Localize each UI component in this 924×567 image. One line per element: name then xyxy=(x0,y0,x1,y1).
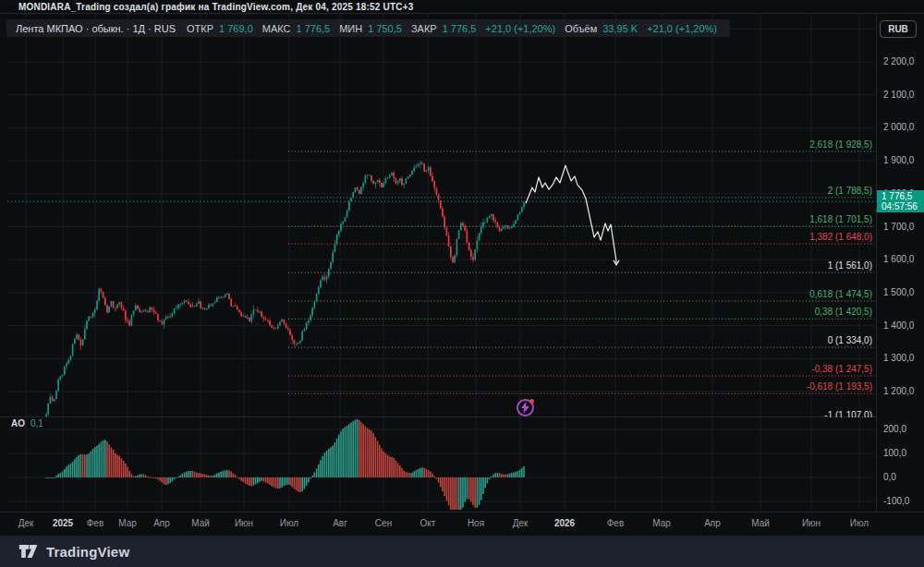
fib-extension-drawing[interactable]: 2,618 (1 928,5)2 (1 788,5)1,618 (1 701,5… xyxy=(288,139,874,422)
price-tick-label: 1 300,0 xyxy=(883,353,914,363)
time-tick-label: Дек xyxy=(18,518,34,528)
time-tick-label: Май xyxy=(191,518,210,528)
fib-label[interactable]: 1,382 (1 648,0) xyxy=(809,232,872,242)
time-tick-label: 2026 xyxy=(554,518,575,528)
fib-label[interactable]: 0 (1 334,0) xyxy=(828,335,872,345)
time-tick-label: Дек xyxy=(513,518,529,528)
time-axis[interactable]: Дек2025ФевМарАпрМайИюнИюлАвгСенОктНояДек… xyxy=(0,512,924,536)
last-price-value: 1 776,5 xyxy=(881,191,924,201)
lightning-event-marker-icon[interactable] xyxy=(517,399,534,416)
time-tick-label: Апр xyxy=(704,518,721,528)
chart-canvas[interactable]: 2,618 (1 928,5)2 (1 788,5)1,618 (1 701,5… xyxy=(0,0,924,567)
tradingview-chart-window: MONDIARA_Trading создал(а) график на Tra… xyxy=(0,0,924,567)
ao-indicator-legend[interactable]: AO 0,1 xyxy=(11,418,43,428)
alert-dot xyxy=(529,399,534,404)
open-value: 1 769,0 xyxy=(219,23,253,34)
high-label: МАКС xyxy=(262,23,291,34)
price-tick-label: 2 000,0 xyxy=(883,122,914,132)
symbol-legend[interactable]: Лента МКПАО · обыкн. · 1Д · RUS ОТКР 1 7… xyxy=(6,19,730,37)
footer-bar: TradingView xyxy=(0,536,924,567)
fib-label[interactable]: -0,38 (1 247,5) xyxy=(811,364,872,374)
volume-change: +21,0 (+1,20%) xyxy=(647,23,717,34)
ao-indicator-value: 0,1 xyxy=(30,418,43,428)
time-tick-label: Мар xyxy=(118,518,137,528)
fib-lines: 2,618 (1 928,5)2 (1 788,5)1,618 (1 701,5… xyxy=(288,139,874,422)
fib-label[interactable]: -0,618 (1 193,5) xyxy=(807,381,872,392)
ao-histogram xyxy=(45,419,525,510)
ao-tick-label: 100,0 xyxy=(883,448,906,458)
time-tick-label: Окт xyxy=(420,518,436,528)
time-tick-label: Фев xyxy=(607,518,624,528)
tradingview-logo-icon[interactable] xyxy=(18,543,39,560)
attribution-text: MONDIARA_Trading создал(а) график на Tra… xyxy=(18,2,414,12)
grid xyxy=(0,14,876,511)
price-tick-label: 1 200,0 xyxy=(883,386,914,396)
ao-tick-label: 200,0 xyxy=(883,424,906,434)
time-tick-label: Июн xyxy=(235,518,253,528)
fib-label[interactable]: -1 (1 107,0) xyxy=(824,410,872,420)
volume-value: 33,95 K xyxy=(602,23,638,34)
change-value: +21,0 (+1,20%) xyxy=(485,23,555,34)
lightning-bolt-icon xyxy=(520,402,530,414)
price-tick-label: 1 600,0 xyxy=(883,254,914,264)
price-tick-label: 1 400,0 xyxy=(883,320,914,331)
symbol-description[interactable]: Лента МКПАО · обыкн. · 1Д · RUS xyxy=(16,23,176,34)
forecast-path-drawing[interactable] xyxy=(526,165,619,265)
bar-countdown: 04:57:56 xyxy=(881,201,924,211)
attribution-bar: MONDIARA_Trading создал(а) график на Tra… xyxy=(0,0,924,14)
volume-label: Объём xyxy=(565,23,597,34)
time-tick-label: Июл xyxy=(850,518,869,528)
last-price-badge: 1 776,5 04:57:56 xyxy=(877,190,924,212)
time-tick-label: Сен xyxy=(375,518,392,528)
close-label: ЗАКР xyxy=(411,23,437,34)
tradingview-wordmark[interactable]: TradingView xyxy=(46,544,129,560)
price-tick-label: 1 700,0 xyxy=(883,222,914,232)
price-tick-label: 2 200,0 xyxy=(883,56,914,66)
price-tick-label: 2 100,0 xyxy=(883,90,914,100)
time-tick-label: Фев xyxy=(87,518,103,528)
price-tick-label: 1 900,0 xyxy=(883,155,914,165)
ao-tick-label: 0,0 xyxy=(883,472,896,482)
fib-label[interactable]: 0,38 (1 420,5) xyxy=(815,307,872,317)
time-tick-label: Мар xyxy=(652,518,671,528)
time-tick-label: Ноя xyxy=(468,518,484,528)
currency-toggle-button[interactable]: RUB xyxy=(880,20,917,38)
candlestick-series[interactable] xyxy=(45,161,525,417)
time-tick-label: 2025 xyxy=(53,518,73,528)
fib-label[interactable]: 2,618 (1 928,5) xyxy=(809,139,872,150)
open-label: ОТКР xyxy=(187,23,213,34)
time-tick-label: Май xyxy=(751,518,770,528)
time-tick-label: Июн xyxy=(802,518,821,528)
ao-indicator-name[interactable]: AO xyxy=(11,418,25,428)
price-axis[interactable]: 2 200,02 100,02 000,01 900,01 800,01 700… xyxy=(876,14,924,536)
close-value: 1 776,5 xyxy=(443,23,477,34)
fib-label[interactable]: 2 (1 788,5) xyxy=(828,186,872,196)
ao-tick-label: -100,0 xyxy=(883,496,909,506)
low-value: 1 750,5 xyxy=(368,23,402,34)
time-tick-label: Апр xyxy=(153,518,170,528)
low-label: МИН xyxy=(339,23,362,34)
fib-label[interactable]: 0,618 (1 474,5) xyxy=(809,289,872,299)
time-tick-label: Авг xyxy=(333,518,347,528)
price-tick-label: 1 500,0 xyxy=(883,287,914,297)
high-value: 1 776,5 xyxy=(296,23,330,34)
fib-label[interactable]: 1 (1 561,0) xyxy=(828,260,872,271)
fib-label[interactable]: 1,618 (1 701,5) xyxy=(809,214,872,224)
time-tick-label: Июл xyxy=(280,518,298,528)
